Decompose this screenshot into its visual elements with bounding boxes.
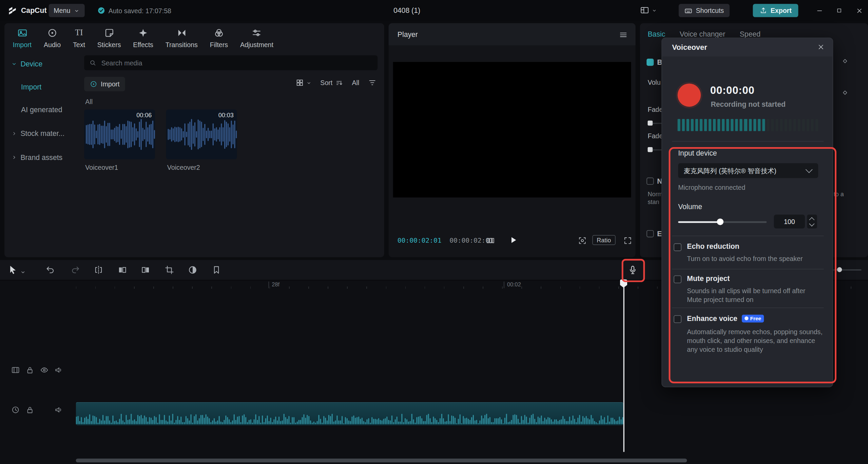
close-window-button[interactable] <box>850 4 868 17</box>
tab-text[interactable]: TI Text <box>67 28 91 49</box>
transitions-tab-icon <box>176 28 187 38</box>
clip-name: Voiceover1 <box>85 164 118 172</box>
speaker-icon[interactable] <box>54 366 63 375</box>
tab-speed[interactable]: Speed <box>740 30 760 38</box>
input-device-dropdown[interactable]: 麦克风阵列 (英特尔® 智音技术) <box>678 163 818 178</box>
fade-in-slider-thumb[interactable] <box>648 121 653 126</box>
delete-right-icon[interactable] <box>141 265 151 275</box>
timeline-audio-clip[interactable] <box>76 402 623 425</box>
delete-left-icon[interactable] <box>117 265 127 275</box>
select-tool-icon[interactable] <box>8 265 18 275</box>
clip-waveform <box>76 413 623 424</box>
tab-adjustment[interactable]: Adjustment <box>234 28 279 49</box>
normalize-checkbox[interactable] <box>647 178 654 185</box>
sidebar-item-import[interactable]: Import <box>21 83 41 91</box>
media-view-controls: Sort All <box>295 79 377 87</box>
preview-focus-icon[interactable] <box>578 236 587 245</box>
enhance-checkbox-partial[interactable] <box>647 230 654 237</box>
fullscreen-icon[interactable] <box>623 236 632 245</box>
speaker-icon[interactable] <box>54 405 63 414</box>
select-tool-caret-icon[interactable] <box>20 267 26 277</box>
fade-out-slider-thumb[interactable] <box>648 147 653 152</box>
sidebar-item-brand-assets[interactable]: Brand assets <box>11 153 63 161</box>
volume-slider-fill <box>678 221 720 223</box>
filter-icon[interactable] <box>368 79 376 87</box>
capcut-logo-icon <box>8 5 18 15</box>
shortcuts-button[interactable]: Shortcuts <box>679 4 730 17</box>
split-icon[interactable] <box>94 265 103 275</box>
mute-project-desc: Sounds in all clips will be turned off a… <box>687 286 818 304</box>
view-mode-dropdown[interactable] <box>295 79 311 87</box>
search-media-box[interactable] <box>84 55 378 70</box>
tab-import[interactable]: Import <box>7 28 38 49</box>
tab-filters[interactable]: Filters <box>204 28 234 49</box>
video-preview[interactable] <box>393 62 631 198</box>
mute-project-checkbox[interactable] <box>674 276 681 283</box>
input-level-meter <box>678 119 818 131</box>
audio-tab-icon <box>47 28 57 38</box>
frame-view-icon[interactable] <box>486 236 495 245</box>
keyframe-diamond-icon[interactable] <box>842 89 849 96</box>
lock-icon[interactable] <box>25 405 34 414</box>
enhance-voice-desc: Automatically remove echos, popping soun… <box>687 327 825 354</box>
volume-stepper[interactable] <box>807 215 817 228</box>
ratio-button[interactable]: Ratio <box>592 235 615 245</box>
divider <box>672 141 824 142</box>
eye-icon[interactable] <box>40 366 49 375</box>
minimize-button[interactable] <box>810 4 828 17</box>
app-logo-text: CapCut <box>21 6 46 14</box>
filter-all-label[interactable]: All <box>352 79 359 87</box>
chevron-down-icon <box>74 7 80 14</box>
capcut-window: CapCut Menu Auto saved: 17:07:58 0408 (1… <box>0 0 868 464</box>
timeline-scrollbar[interactable] <box>76 459 687 462</box>
sort-button[interactable]: Sort <box>320 79 343 87</box>
volume-slider-thumb[interactable] <box>717 219 724 225</box>
tab-basic[interactable]: Basic <box>648 30 665 38</box>
tab-audio[interactable]: Audio <box>38 28 67 49</box>
echo-reduction-checkbox[interactable] <box>674 243 681 251</box>
import-media-button[interactable]: Import <box>84 77 125 91</box>
basic-section-checkbox[interactable] <box>647 59 654 66</box>
marker-icon[interactable] <box>211 265 221 275</box>
tab-transitions[interactable]: Transitions <box>159 28 204 49</box>
sidebar-item-stock-materials[interactable]: Stock mater... <box>11 129 64 138</box>
chevron-down-icon <box>652 7 657 13</box>
player-menu-icon[interactable] <box>619 31 628 39</box>
chevron-down-icon <box>306 80 311 85</box>
tab-stickers[interactable]: Stickers <box>91 28 127 49</box>
volume-value-input[interactable]: 100 <box>774 215 805 228</box>
mask-icon[interactable] <box>188 265 197 275</box>
record-voiceover-mic-icon[interactable] <box>628 265 638 275</box>
stepper-down-icon[interactable] <box>809 221 814 226</box>
enhance-label-partial: E <box>657 229 661 238</box>
enhance-voice-checkbox[interactable] <box>674 315 681 323</box>
crop-icon[interactable] <box>165 265 174 275</box>
sidebar-item-ai-generated[interactable]: AI generated <box>21 106 62 114</box>
playhead-line[interactable] <box>623 279 624 452</box>
check-icon <box>648 60 653 65</box>
export-button[interactable]: Export <box>753 4 798 17</box>
autosave-check-icon <box>97 7 105 15</box>
redo-icon[interactable] <box>70 265 80 275</box>
media-clip-voiceover2[interactable]: 00:03 <box>166 109 237 159</box>
media-section-label: All <box>85 98 93 106</box>
close-dialog-icon[interactable] <box>817 43 825 51</box>
timeline-zoom-slider[interactable] <box>831 269 861 270</box>
menu-button[interactable]: Menu <box>49 4 85 17</box>
tab-voice-changer[interactable]: Voice changer <box>680 30 725 38</box>
keyframe-diamond-icon[interactable] <box>842 58 849 65</box>
search-input[interactable] <box>100 58 372 67</box>
maximize-button[interactable] <box>830 4 848 17</box>
export-label: Export <box>771 7 792 15</box>
layout-switcher-button[interactable] <box>640 5 657 15</box>
timeline-zoom-thumb[interactable] <box>837 267 842 272</box>
play-button[interactable] <box>508 235 518 245</box>
sort-icon <box>335 79 343 87</box>
lock-icon[interactable] <box>25 366 34 375</box>
record-button[interactable] <box>678 83 701 107</box>
dialog-header: Voiceover <box>662 38 833 57</box>
sidebar-item-device[interactable]: Device <box>11 60 43 68</box>
tab-effects[interactable]: Effects <box>127 28 159 49</box>
media-clip-voiceover1[interactable]: 00:06 <box>84 109 155 159</box>
undo-icon[interactable] <box>45 265 55 275</box>
